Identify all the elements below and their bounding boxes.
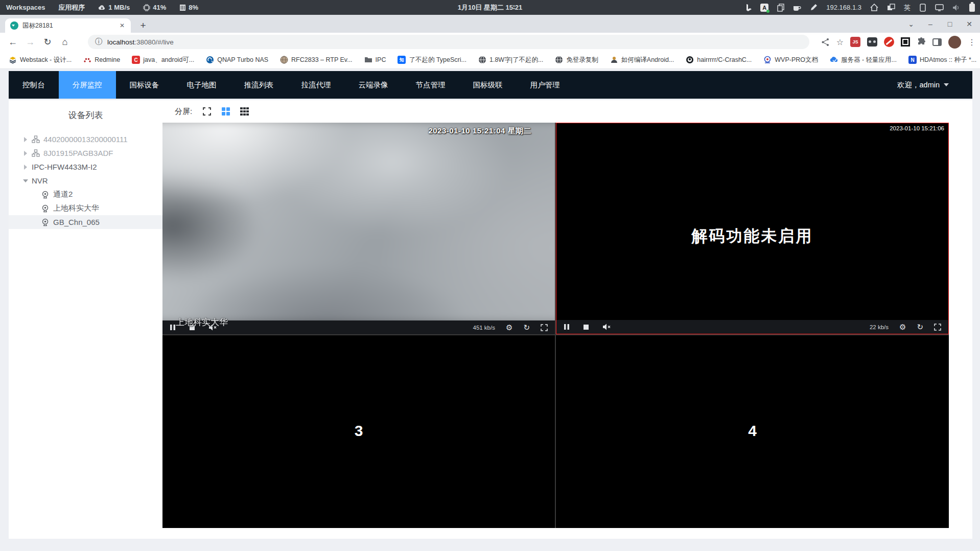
address-bar[interactable]: ⓘ localhost :38080/#/live [88, 35, 809, 49]
video-stream-1[interactable]: 2023-01-10 15:21:04 星期二 [162, 123, 555, 320]
workspaces-button[interactable]: Workspaces [6, 4, 45, 11]
nav-item-gb-cascade[interactable]: 国标级联 [459, 71, 517, 99]
tree-node-channel[interactable]: 上地科实大华 [9, 201, 162, 215]
extension-adblock-icon[interactable] [884, 37, 894, 47]
bookmark-item[interactable]: 1.8W字|了不起的... [475, 54, 547, 66]
player-fullscreen-icon[interactable] [934, 324, 941, 331]
split-label: 分屏: [175, 107, 192, 117]
volume-muted-icon[interactable] [602, 324, 611, 330]
tree-node-device-expanded[interactable]: NVR [9, 174, 162, 188]
network-rate-indicator[interactable]: 1 MB/s [98, 4, 130, 11]
nav-item-map[interactable]: 电子地图 [173, 71, 230, 99]
nav-item-user-manage[interactable]: 用户管理 [517, 71, 574, 99]
nav-item-cloud-record[interactable]: 云端录像 [345, 71, 402, 99]
bookmark-star-icon[interactable]: ☆ [836, 37, 844, 47]
display-tray-icon[interactable] [935, 4, 944, 11]
screen-rotate-tray-icon[interactable] [919, 4, 926, 12]
site-info-icon[interactable]: ⓘ [95, 37, 102, 47]
pen-tray-icon[interactable] [810, 4, 818, 11]
caret-right-icon[interactable] [22, 151, 29, 156]
volume-tray-icon[interactable] [952, 4, 961, 11]
battery-tray-icon[interactable] [969, 4, 975, 12]
caret-right-icon[interactable] [22, 165, 29, 170]
stop-icon[interactable] [583, 324, 589, 330]
user-menu[interactable]: 欢迎，admin [897, 71, 972, 99]
nav-item-gb-devices[interactable]: 国标设备 [116, 71, 173, 99]
caret-down-icon[interactable] [22, 179, 29, 182]
folder-icon [364, 56, 372, 64]
tree-node-channel-selected[interactable]: GB_Chn_065 [9, 215, 162, 229]
nav-item-pull-proxy[interactable]: 拉流代理 [288, 71, 345, 99]
workspaces-tray-icon[interactable] [887, 4, 895, 11]
bing-tray-icon[interactable] [745, 4, 752, 12]
bookmark-item[interactable]: Webstack - 设计... [5, 54, 75, 66]
reload-button[interactable]: ↻ [39, 36, 56, 48]
applications-menu[interactable]: 应用程序 [58, 3, 85, 12]
bookmark-item[interactable]: 如何编译Android... [606, 54, 678, 66]
back-button[interactable]: ← [4, 37, 21, 48]
cpu-indicator[interactable]: 41% [143, 4, 166, 11]
tab-close-icon[interactable]: ✕ [118, 21, 127, 30]
window-minimize-button[interactable]: – [923, 20, 938, 28]
bookmark-item[interactable]: 免登录复制 [551, 54, 602, 66]
coffee-tray-icon[interactable] [793, 4, 801, 11]
bookmark-item[interactable]: Redmine [80, 54, 124, 65]
video-cell-3-empty[interactable]: 3 [162, 335, 555, 528]
bookmark-item[interactable]: N HDAtmos :: 种子 *... [905, 54, 980, 66]
window-close-button[interactable]: ✕ [962, 20, 977, 28]
bookmark-item[interactable]: QNAP Turbo NAS [202, 54, 272, 65]
video-cell-1[interactable]: 2023-01-10 15:21:04 星期二 上地科实大华 451 kb/s … [162, 123, 555, 334]
fullscreen-icon[interactable] [202, 107, 212, 116]
share-icon[interactable] [821, 38, 830, 47]
browser-menu-icon[interactable]: ⋮ [968, 37, 976, 47]
tree-node-device[interactable]: IPC-HFW4433M-I2 [9, 160, 162, 174]
home-tray-icon[interactable] [870, 4, 878, 11]
input-method-tray-icon[interactable]: A [760, 4, 768, 12]
clipboard-tray-icon[interactable] [777, 4, 784, 12]
bookmark-item[interactable]: 服务器 - 轻量应用... [826, 54, 900, 66]
nav-item-push-list[interactable]: 推流列表 [230, 71, 288, 99]
side-panel-icon[interactable] [932, 38, 942, 46]
bookmark-item[interactable]: RFC2833 – RTP Ev... [276, 54, 356, 65]
bookmark-folder[interactable]: IPC [361, 54, 390, 65]
cell-number: 3 [162, 422, 555, 440]
forward-button[interactable]: → [21, 37, 39, 48]
extensions-puzzle-icon[interactable] [917, 37, 926, 47]
caret-right-icon[interactable] [22, 137, 29, 142]
memory-indicator[interactable]: 8% [179, 4, 198, 11]
video-stream-2[interactable]: 2023-01-10 15:21:06 解码功能未启用 [556, 123, 948, 321]
browser-tab[interactable]: 国标28181 ✕ [5, 18, 131, 33]
language-indicator[interactable]: 英 [904, 3, 911, 12]
video-cell-2-selected[interactable]: 2023-01-10 15:21:06 解码功能未启用 22 kb/s ⚙ ↻ [556, 123, 949, 334]
player-fullscreen-icon[interactable] [541, 324, 548, 331]
nav-item-split-screen-monitor[interactable]: 分屏监控 [59, 71, 116, 99]
player-refresh-icon[interactable]: ↻ [523, 324, 530, 331]
window-maximize-button[interactable]: □ [942, 20, 958, 28]
video-cell-4-empty[interactable]: 4 [556, 335, 949, 528]
split-2x2-icon[interactable] [222, 107, 230, 116]
extension-mask-icon[interactable] [867, 37, 877, 47]
tree-node-channel[interactable]: 通道2 [9, 188, 162, 201]
tree-node-platform[interactable]: 44020000013200000111 [9, 132, 162, 146]
nav-item-console[interactable]: 控制台 [9, 71, 59, 99]
home-button[interactable]: ⌂ [56, 37, 74, 48]
extension-frame-icon[interactable] [901, 37, 910, 47]
bookmark-item[interactable]: hairrrrr/C-CrashC... [682, 54, 755, 65]
split-3x3-icon[interactable] [240, 107, 249, 116]
bookmark-item[interactable]: C java、android可... [128, 54, 198, 66]
bookmark-item[interactable]: 知 了不起的 TypeScri... [394, 54, 470, 66]
tree-node-platform[interactable]: 8J01915PAGB3ADF [9, 146, 162, 160]
new-tab-button[interactable]: + [136, 18, 150, 33]
player-settings-icon[interactable]: ⚙ [506, 324, 512, 331]
extension-js-icon[interactable]: JS [850, 37, 860, 47]
player-refresh-icon[interactable]: ↻ [917, 323, 923, 331]
pause-icon[interactable] [564, 324, 570, 330]
bookmark-item[interactable]: WVP-PRO文档 [760, 54, 822, 66]
nav-item-node-manage[interactable]: 节点管理 [402, 71, 459, 99]
tree-node-label: 8J01915PAGB3ADF [43, 149, 113, 157]
tab-search-icon[interactable]: ⌄ [903, 20, 919, 28]
player-settings-icon[interactable]: ⚙ [899, 323, 906, 331]
ip-address-indicator[interactable]: 192.168.1.3 [826, 4, 861, 11]
pause-icon[interactable] [170, 324, 176, 331]
profile-avatar[interactable] [948, 36, 961, 49]
